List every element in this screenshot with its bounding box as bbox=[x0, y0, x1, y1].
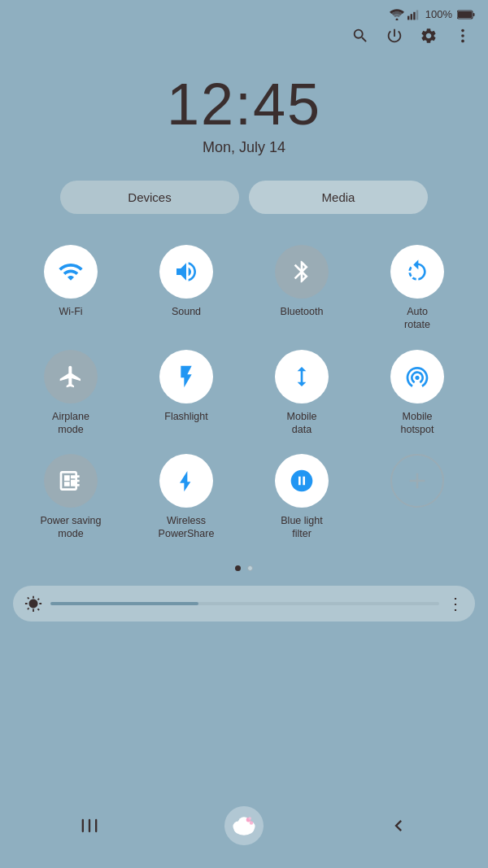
battery-percentage: 100% bbox=[425, 8, 452, 20]
search-button[interactable] bbox=[351, 27, 369, 48]
page-dot-active[interactable] bbox=[235, 565, 241, 571]
home-button[interactable] bbox=[218, 800, 270, 852]
tile-label-flashlight: Flashlight bbox=[164, 410, 208, 423]
tile-label-airplane: Airplanemode bbox=[52, 410, 89, 437]
more-options-button[interactable] bbox=[454, 27, 472, 48]
brightness-fill bbox=[50, 602, 198, 605]
tile-circle-bluetooth bbox=[275, 245, 329, 299]
svg-rect-12 bbox=[89, 819, 90, 832]
signal-icons bbox=[390, 9, 420, 20]
clock-section: 12:45 Mon, July 14 bbox=[0, 55, 488, 181]
svg-point-8 bbox=[461, 29, 464, 33]
wifi-signal-icon bbox=[390, 9, 404, 20]
brightness-track[interactable] bbox=[50, 602, 439, 605]
svg-rect-3 bbox=[413, 11, 415, 20]
page-dot-inactive[interactable] bbox=[247, 565, 253, 571]
tab-devices[interactable]: Devices bbox=[60, 181, 239, 214]
svg-point-9 bbox=[461, 34, 464, 37]
svg-rect-2 bbox=[410, 14, 412, 20]
tile-label-bluetooth: Bluetooth bbox=[281, 305, 324, 318]
tile-circle-flashlight bbox=[159, 350, 213, 403]
tile-label-power-saving: Power savingmode bbox=[40, 514, 101, 541]
svg-point-0 bbox=[395, 18, 398, 20]
tabs-row: Devices Media bbox=[0, 181, 488, 230]
tile-wifi[interactable]: Wi-Fi bbox=[13, 237, 129, 338]
svg-rect-7 bbox=[473, 13, 475, 16]
tile-label-blue-light-filter: Blue lightfilter bbox=[281, 514, 322, 541]
svg-rect-1 bbox=[407, 15, 409, 20]
tile-circle-blue-light-filter bbox=[275, 454, 329, 508]
tile-circle-power-saving bbox=[44, 454, 98, 508]
back-button[interactable] bbox=[381, 808, 416, 844]
tile-circle-add bbox=[390, 454, 444, 508]
battery-icon bbox=[457, 10, 475, 20]
tile-label-auto-rotate: Autorotate bbox=[404, 305, 430, 332]
tile-label-wireless-powershare: WirelessPowerShare bbox=[159, 514, 215, 541]
bottom-nav bbox=[0, 790, 488, 868]
clock-time: 12:45 bbox=[167, 71, 321, 137]
svg-point-10 bbox=[461, 40, 464, 43]
tile-label-wifi: Wi-Fi bbox=[59, 305, 82, 318]
recents-button[interactable] bbox=[72, 808, 107, 844]
tile-wireless-powershare[interactable]: WirelessPowerShare bbox=[129, 446, 244, 547]
tile-sound[interactable]: Sound bbox=[129, 237, 244, 338]
tile-bluetooth[interactable]: Bluetooth bbox=[244, 237, 359, 338]
tile-auto-rotate[interactable]: Autorotate bbox=[359, 237, 475, 338]
svg-point-20 bbox=[248, 817, 251, 820]
svg-rect-11 bbox=[82, 819, 84, 832]
status-bar: 100% bbox=[0, 0, 488, 24]
svg-point-19 bbox=[250, 821, 254, 825]
brightness-icon bbox=[24, 595, 42, 613]
tile-blue-light-filter[interactable]: Blue lightfilter bbox=[244, 446, 359, 547]
quick-tiles-grid: Wi-Fi Sound Bluetooth Autorotate Airplan… bbox=[0, 230, 488, 560]
clock-date: Mon, July 14 bbox=[203, 139, 285, 156]
power-button[interactable] bbox=[386, 27, 403, 48]
home-icon bbox=[229, 811, 259, 840]
brightness-more-button[interactable]: ⋮ bbox=[447, 594, 464, 613]
svg-rect-6 bbox=[458, 11, 472, 18]
signal-bars-icon bbox=[407, 9, 420, 20]
tile-label-mobile-data: Mobiledata bbox=[287, 410, 317, 437]
svg-rect-13 bbox=[95, 819, 97, 832]
top-action-bar bbox=[0, 24, 488, 55]
brightness-bar[interactable]: ⋮ bbox=[13, 586, 475, 622]
tile-circle-airplane bbox=[44, 350, 98, 403]
tile-circle-wireless-powershare bbox=[159, 454, 213, 508]
tile-circle-wifi bbox=[44, 245, 98, 299]
tile-label-sound: Sound bbox=[172, 305, 201, 318]
tile-circle-mobile-hotspot bbox=[390, 350, 444, 403]
tile-power-saving[interactable]: Power savingmode bbox=[13, 446, 129, 547]
tile-circle-auto-rotate bbox=[390, 245, 444, 299]
tile-circle-mobile-data bbox=[275, 350, 329, 403]
tile-airplane[interactable]: Airplanemode bbox=[13, 342, 129, 443]
page-dots bbox=[0, 560, 488, 582]
tile-mobile-hotspot[interactable]: Mobilehotspot bbox=[359, 342, 475, 443]
tile-mobile-data[interactable]: Mobiledata bbox=[244, 342, 359, 443]
tab-media[interactable]: Media bbox=[249, 181, 428, 214]
tile-flashlight[interactable]: Flashlight bbox=[129, 342, 244, 443]
svg-rect-4 bbox=[416, 10, 418, 20]
tile-add[interactable] bbox=[359, 446, 475, 547]
tile-circle-sound bbox=[159, 245, 213, 299]
settings-button[interactable] bbox=[420, 27, 438, 48]
tile-label-mobile-hotspot: Mobilehotspot bbox=[400, 410, 434, 437]
